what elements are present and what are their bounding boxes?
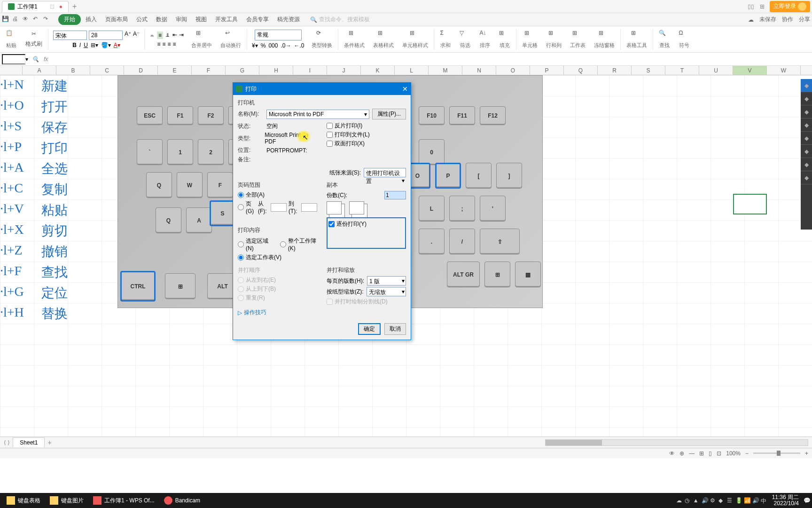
indent-inc-icon[interactable]: ⇥ — [179, 32, 184, 39]
border-icon[interactable]: ⊞▾ — [91, 42, 98, 48]
cell[interactable]: ·l+P — [0, 139, 22, 154]
find-button[interactable]: 🔍查找 — [656, 30, 673, 49]
bold-icon[interactable]: B — [72, 42, 77, 48]
tab-close-icon[interactable]: ● — [59, 3, 62, 10]
menu-review[interactable]: 审阅 — [172, 14, 191, 25]
system-clock[interactable]: 11:36 周二 2022/10/4 — [769, 494, 802, 507]
cell[interactable]: 定位 — [41, 284, 68, 302]
tray-icon[interactable]: 🔋 — [735, 497, 742, 504]
dec-inc-icon[interactable]: .0→ — [281, 42, 291, 49]
font-select[interactable]: 宋体 — [53, 31, 87, 40]
col-header[interactable]: E — [158, 66, 192, 75]
side-item[interactable]: ◆ — [801, 105, 812, 119]
currency-icon[interactable]: ¥▾ — [252, 42, 258, 49]
dash-icon[interactable]: — — [689, 450, 695, 457]
menu-data[interactable]: 数据 — [152, 14, 171, 25]
sheet-tab[interactable]: Sheet1 — [13, 437, 45, 447]
sheet-button[interactable]: ⊞工作表 — [567, 30, 588, 49]
cell[interactable]: 剪切 — [41, 222, 68, 240]
col-header[interactable]: R — [598, 66, 632, 75]
tray-icon[interactable]: ▲ — [693, 497, 700, 504]
col-header[interactable]: T — [665, 66, 699, 75]
printer-name-select[interactable]: Microsoft Print to PDF▾ — [266, 110, 369, 119]
cell[interactable]: 撤销 — [41, 243, 68, 261]
tray-icon[interactable]: ⚙ — [710, 497, 717, 504]
underline-icon[interactable]: U — [84, 42, 88, 48]
tray-icon[interactable]: 📶 — [744, 497, 750, 504]
dialog-titlebar[interactable]: 打印 ✕ — [233, 83, 411, 95]
preview-icon[interactable]: 👁 — [23, 16, 31, 24]
zoom-slider[interactable] — [753, 452, 800, 454]
paste-button[interactable]: 📋 粘贴 — [3, 30, 20, 49]
col-header[interactable]: S — [632, 66, 665, 75]
percent-icon[interactable]: % — [261, 42, 266, 49]
side-item[interactable]: ◆ — [801, 79, 812, 92]
col-header[interactable]: N — [462, 66, 496, 75]
range-pages-radio[interactable] — [238, 204, 244, 210]
tray-icon[interactable]: 🔊 — [752, 497, 759, 504]
fill-button[interactable]: ⊞填充 — [496, 30, 513, 49]
cell[interactable]: 保存 — [41, 119, 68, 136]
col-header[interactable]: K — [361, 66, 395, 75]
indent-dec-icon[interactable]: ⇤ — [172, 32, 177, 39]
redo-icon[interactable]: ↷ — [43, 16, 52, 24]
col-header[interactable]: J — [327, 66, 361, 75]
col-header[interactable]: Q — [564, 66, 598, 75]
col-header[interactable]: D — [124, 66, 158, 75]
tray-icon[interactable]: ☰ — [727, 497, 734, 504]
tray-icon[interactable]: ◆ — [718, 497, 725, 504]
fx-icon[interactable]: 🔍 fx — [32, 56, 48, 63]
freeze-button[interactable]: ⊞冻结窗格 — [591, 30, 617, 49]
symbol-button[interactable]: Ω符号 — [676, 30, 693, 49]
cell[interactable]: ·l+F — [0, 263, 22, 278]
content-sheet-radio[interactable] — [238, 254, 244, 261]
content-workbook-radio[interactable] — [280, 241, 286, 247]
font-dec-icon[interactable]: A⁻ — [133, 31, 140, 40]
menu-member[interactable]: 会员专享 — [242, 14, 273, 25]
table-tools-button[interactable]: ⊞表格工具 — [624, 30, 650, 49]
active-cell[interactable] — [733, 194, 767, 214]
add-tab-button[interactable]: + — [72, 2, 77, 11]
copies-input[interactable] — [384, 191, 406, 199]
cell[interactable]: ·l+N — [0, 77, 24, 92]
cell[interactable]: ·l+H — [0, 305, 24, 320]
cell-reference-input[interactable] — [2, 54, 25, 64]
print-to-file-checkbox[interactable] — [327, 132, 333, 138]
taskbar-item[interactable]: 键盘图片 — [45, 494, 88, 507]
view-page-icon[interactable]: ▯ — [709, 450, 712, 457]
cell[interactable]: 粘贴 — [41, 201, 68, 219]
tips-link[interactable]: ▷ 操作技巧 — [238, 309, 406, 317]
taskbar-item[interactable]: Bandicam — [159, 494, 205, 507]
menu-formula[interactable]: 公式 — [133, 14, 151, 25]
cloud-icon[interactable]: ☁ — [748, 16, 754, 23]
cut-icon[interactable]: ✂ — [31, 30, 37, 38]
tabs-menu-icon[interactable]: ⟨ ⟩ — [4, 439, 10, 446]
cell-button[interactable]: ⊞单元格 — [519, 30, 540, 49]
zoom-in-icon[interactable]: + — [805, 450, 808, 457]
col-header[interactable]: H — [259, 66, 293, 75]
taskbar-item[interactable]: 工作簿1 - WPS Of... — [88, 494, 159, 507]
align-mid-icon[interactable]: ≡ — [157, 32, 163, 39]
save-icon[interactable]: 💾 — [2, 16, 10, 24]
pages-per-sheet-select[interactable]: 1 版▾ — [367, 276, 406, 286]
add-sheet-button[interactable]: + — [47, 439, 51, 446]
side-item[interactable]: ◆ — [801, 171, 812, 184]
from-input[interactable] — [271, 203, 287, 212]
range-all-radio[interactable] — [238, 192, 244, 198]
comma-icon[interactable]: 000 — [268, 42, 278, 49]
align-center-icon[interactable]: ≡ — [163, 41, 166, 48]
col-header[interactable]: F — [192, 66, 226, 75]
align-top-icon[interactable]: ⫠ — [149, 32, 155, 39]
align-left-icon[interactable]: ≡ — [157, 41, 161, 48]
col-header[interactable]: B — [56, 66, 90, 75]
content-selection-radio[interactable] — [238, 241, 244, 247]
cell[interactable]: ·l+S — [0, 119, 22, 134]
split-icon[interactable]: ▯▯ — [747, 3, 755, 10]
col-header[interactable]: G — [226, 66, 259, 75]
col-header[interactable]: I — [293, 66, 327, 75]
duplex-checkbox[interactable] — [327, 141, 333, 147]
align-right-icon[interactable]: ≡ — [168, 41, 171, 48]
align-justify-icon[interactable]: ≡ — [173, 41, 176, 48]
col-header[interactable]: V — [733, 66, 767, 75]
col-header[interactable]: A — [23, 66, 56, 75]
